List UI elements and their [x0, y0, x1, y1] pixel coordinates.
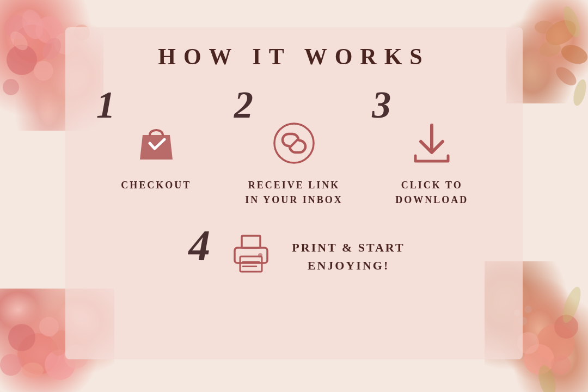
- steps-row-bottom: 4 PRINT & START ENJOYING!: [183, 224, 405, 289]
- step-1-label: CHECKOUT: [121, 178, 191, 193]
- step-4-icon: [226, 229, 275, 280]
- svg-point-44: [258, 253, 262, 258]
- svg-rect-39: [242, 236, 260, 248]
- step-2: 2 RECEIVE LINK IN YOUR INBOX: [229, 86, 359, 207]
- step-2-number: 2: [234, 86, 253, 124]
- step-1-icon: [132, 119, 181, 170]
- step-4-label: PRINT & START ENJOYING!: [292, 238, 405, 274]
- step-3-label: CLICK TO DOWNLOAD: [395, 178, 468, 207]
- main-card: HOW IT WORKS 1 CHECKOUT 2: [65, 27, 523, 359]
- step-2-icon: [270, 119, 318, 170]
- step-3: 3 CLICK TO DOWNLOAD: [366, 86, 497, 207]
- svg-line-37: [290, 139, 298, 147]
- svg-rect-41: [240, 256, 262, 272]
- step-1: 1 CHECKOUT: [91, 86, 222, 193]
- step-2-label: RECEIVE LINK IN YOUR INBOX: [245, 178, 342, 207]
- step-1-number: 1: [96, 86, 115, 124]
- step-3-icon: [407, 119, 456, 170]
- step-4-number: 4: [188, 224, 210, 267]
- steps-row-top: 1 CHECKOUT 2: [87, 86, 501, 207]
- step-3-number: 3: [372, 86, 391, 124]
- page-title: HOW IT WORKS: [158, 44, 430, 70]
